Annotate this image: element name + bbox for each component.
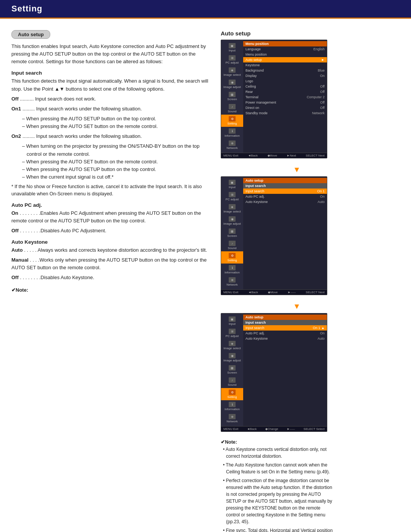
s3-screen-icon: ▦ [229,365,236,371]
sidebar-item-sound[interactable]: ♪ Sound [221,102,243,115]
sidebar-label-sound: Sound [228,110,236,113]
sidebar-item-pc-adjust[interactable]: ⊞ PC adjust [221,54,243,66]
auto-pc-off-line: Off . . . . . . . .Disables Auto PC Adju… [11,227,209,235]
setting-icon: ⚙ [229,116,236,121]
s3-screen[interactable]: ▦ Screen [221,364,243,376]
s2-network-icon: ⊕ [229,277,236,283]
s2-imgsel-icon: ◈ [229,204,236,209]
s2-row-input-search[interactable]: Input search On 1 [243,189,327,194]
sidebar-item-image-adjust[interactable]: ◉ Image adjust [221,78,243,90]
s2-imgadj[interactable]: ◉ Image adjust [221,215,243,227]
status-back: ◄Back [248,154,258,157]
on1-dash2: – When pressing the AUTO SET button on t… [11,123,209,130]
auto-pc-title: Auto PC adj. [11,202,209,208]
menu-row-background[interactable]: Background Blue [243,68,327,73]
sidebar-item-input[interactable]: ▣ Input [221,42,243,54]
sidebar-item-information[interactable]: ℹ Information [221,127,243,139]
on2-line: On2 ......... Input search works under t… [11,133,209,140]
menu-row-keystone[interactable]: Keystone [243,62,327,68]
s3-sound-icon: ♪ [229,377,236,383]
sidebar-item-setting[interactable]: ⚙ Setting [221,115,243,127]
manual-label: Manual [11,257,29,263]
menu-row-ceiling[interactable]: Ceiling Off [243,84,327,89]
menu-row-powermgmt[interactable]: Power management Off [243,100,327,105]
s2-network[interactable]: ⊕ Network [221,276,243,288]
status-move: ◆Move [268,154,277,157]
s2-row-auto-keystone[interactable]: Auto Keystone Auto [243,199,327,204]
off2-label: Off [11,275,19,280]
sidebar-item-network[interactable]: ⊕ Network [221,139,243,151]
sidebar-label-imgadj: Image adjust [223,85,241,89]
menu-row-rear[interactable]: Rear Off [243,89,327,94]
off2-desc: . . . . . . . .Disables Auto Keystone. [20,275,94,280]
s2-pcadj[interactable]: ⊞ PC adjust [221,190,243,203]
sub-panel-title-3: Input search [243,320,327,325]
s3-imgadj[interactable]: ◉ Image adjust [221,351,243,364]
note-section-left: ✔Note: [11,287,209,293]
right-note-item: • Auto Keystone corrects vertical distor… [221,446,335,460]
statusbar-3: MENU Exit ◄Back ◆Change ►----- SELECT Se… [221,426,327,431]
menu-panel-1: Menu position Language English Menu posi… [243,40,327,153]
s3-row-auto-pc[interactable]: Auto PC adj. On [243,331,327,336]
s3-setting[interactable]: ⚙ Setting [221,388,243,400]
on2-label: On2 [11,133,21,139]
menu-row-standby[interactable]: Standby mode Network [243,110,327,116]
manual-desc: . . . .Works only when pressing the AUTO… [11,257,207,270]
s3-row-auto-keystone[interactable]: Auto Keystone Auto [243,336,327,341]
s3-imgsel[interactable]: ◈ Image select [221,339,243,351]
s3-info[interactable]: ℹ Information [221,400,243,412]
menu-body-2: ▣ Input ⊞ PC adjust ◈ Image select ◉ Ima… [221,177,327,289]
menu-row-autosetup[interactable]: Auto setup ► [243,57,327,62]
intro-text: This function enables Input search, Auto… [11,43,209,66]
auto-keystone-auto-line: Auto . . . . . Always works and corrects… [11,246,209,254]
menu-row-display[interactable]: Display On [243,73,327,78]
menu-row-logo[interactable]: Logo [243,78,327,84]
s2-sound[interactable]: ♪ Sound [221,239,243,251]
network-icon: ⊕ [229,141,236,146]
on2-dash3: – When pressing the AUTO SETUP button on… [11,166,209,173]
pc-adjust-icon: ⊞ [229,55,236,61]
sound-icon: ♪ [229,104,236,109]
auto-pc-off-label: Off [11,228,19,233]
s3-network[interactable]: ⊕ Network [221,412,243,425]
menu-row-directon[interactable]: Direct on Off [243,105,327,110]
sidebar-label-network: Network [226,146,237,150]
s2-imgadj-icon: ◉ [229,216,236,222]
menu-sidebar-1: ▣ Input ⊞ PC adjust ◈ Image select ◉ Ima… [221,40,243,153]
sidebar-item-image-select[interactable]: ◈ Image select [221,66,243,78]
s3-pc-icon: ⊞ [229,329,236,334]
s3-sound[interactable]: ♪ Sound [221,376,243,388]
on2-dash1: – When turning on the projector by press… [11,142,209,158]
menu-row-language[interactable]: Language English [243,46,327,52]
menu-panel-2: Auto setup Input search Input search On … [243,177,327,289]
s2-input[interactable]: ▣ Input [221,178,243,190]
menu-row-terminal[interactable]: Terminal Computer 2 [243,94,327,100]
s2-screen[interactable]: ▦ Screen [221,227,243,239]
note-title-left: ✔Note: [11,287,209,293]
s3-info-icon: ℹ [229,402,236,407]
auto-keystone-title: Auto Keystone [11,239,209,245]
statusbar-1: MENU Exit ◄Back ◆Move ►Next SELECT Next [221,153,327,158]
auto-pc-on-line: On . . . . . . . .Enables Auto PC Adjust… [11,209,209,225]
s2-info[interactable]: ℹ Information [221,264,243,276]
s2-row-auto-pc[interactable]: Auto PC adj. On [243,194,327,199]
sidebar-label-pc: PC adjust [226,61,239,64]
right-note-item: • Perfect correction of the image distor… [221,477,335,525]
sidebar-item-screen[interactable]: ▦ Screen [221,90,243,102]
page-title: Setting [11,4,400,14]
menu-row-menupos[interactable]: Menu position [243,52,327,57]
s2-info-icon: ℹ [229,265,236,270]
right-auto-setup-title: Auto setup [221,30,335,37]
statusbar-2: MENU Exit ◄Back ◆Move ►----- SELECT Next [221,289,327,295]
s2-setting[interactable]: ⚙ Setting [221,251,243,264]
s3-row-input-search[interactable]: Input search On 1 ▲ [243,325,327,331]
on2-desc: ......... Input search works under the f… [22,133,142,139]
s2-imgsel[interactable]: ◈ Image select [221,203,243,215]
image-select-icon: ◈ [229,67,236,73]
s3-input[interactable]: ▣ Input [221,315,243,327]
s3-setting-icon: ⚙ [229,390,236,395]
off-desc: .......... Input search does not work. [20,96,96,102]
panel-title-3: Auto setup [243,315,327,320]
auto-pc-on-desc: . . . . . . . .Enables Auto PC Adjustmen… [11,210,201,224]
s3-pcadj[interactable]: ⊞ PC adjust [221,327,243,339]
